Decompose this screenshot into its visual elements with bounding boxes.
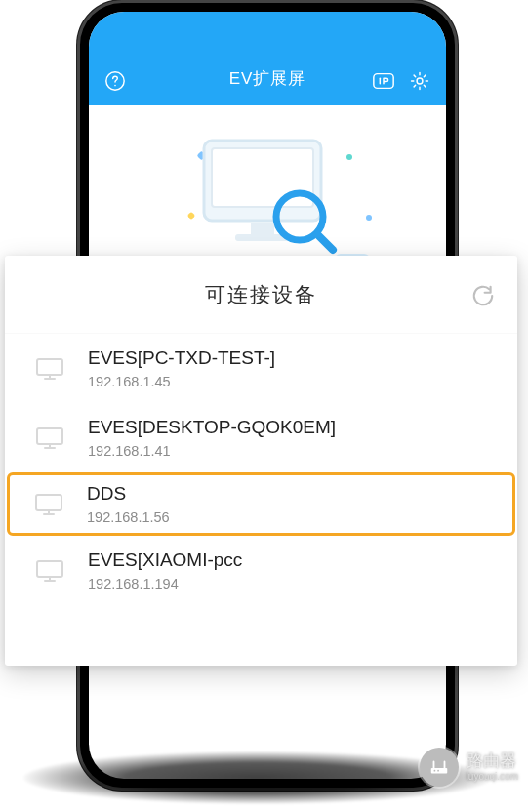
monitor-small-icon <box>33 557 66 585</box>
device-row[interactable]: EVES[PC-TXD-TEST-] 192.168.1.45 <box>5 334 517 403</box>
device-ip: 192.168.1.194 <box>88 576 242 591</box>
router-icon <box>420 748 459 787</box>
svg-point-3 <box>417 78 423 84</box>
device-ip: 192.168.1.41 <box>88 443 336 459</box>
monitor-small-icon <box>32 491 65 518</box>
device-name: EVES[DESKTOP-GQOK0EM] <box>88 417 336 438</box>
ip-icon[interactable] <box>372 70 395 92</box>
device-ip: 192.168.1.56 <box>87 509 170 525</box>
device-row[interactable]: EVES[DESKTOP-GQOK0EM] 192.168.1.41 <box>5 403 517 472</box>
device-row[interactable]: DDS 192.168.1.56 <box>7 472 515 536</box>
svg-rect-10 <box>37 359 62 375</box>
svg-rect-11 <box>37 428 62 444</box>
svg-rect-5 <box>212 148 313 207</box>
svg-rect-12 <box>36 495 61 510</box>
svg-point-15 <box>433 770 435 772</box>
hero-illustration <box>89 105 446 271</box>
device-name: DDS <box>87 483 170 505</box>
svg-line-9 <box>317 234 333 250</box>
monitor-small-icon <box>33 355 66 383</box>
refresh-icon[interactable] <box>470 283 496 308</box>
device-modal: 可连接设备 EVES[PC-TXD-TEST-] 192.168.1.45 <box>5 256 517 666</box>
device-name: EVES[XIAOMI-pcc <box>88 549 242 571</box>
watermark-title: 路由器 <box>467 752 518 771</box>
svg-point-16 <box>437 770 439 772</box>
svg-point-1 <box>114 85 116 87</box>
device-list: EVES[PC-TXD-TEST-] 192.168.1.45 EVES[DES… <box>5 334 517 605</box>
app-header: EV扩展屏 <box>89 12 446 105</box>
device-name: EVES[PC-TXD-TEST-] <box>88 347 275 369</box>
device-row[interactable]: EVES[XIAOMI-pcc 192.168.1.194 <box>5 536 517 605</box>
watermark-sub: luyouqi.com <box>467 771 518 782</box>
monitor-icon <box>194 133 341 260</box>
monitor-small-icon <box>33 425 66 452</box>
svg-rect-13 <box>37 561 62 577</box>
watermark: 路由器 luyouqi.com <box>420 748 518 787</box>
modal-header: 可连接设备 <box>5 256 517 334</box>
svg-rect-6 <box>251 223 274 234</box>
help-icon[interactable] <box>104 70 126 92</box>
device-ip: 192.168.1.45 <box>88 374 275 389</box>
gear-icon[interactable] <box>409 70 430 92</box>
modal-title: 可连接设备 <box>205 281 317 308</box>
